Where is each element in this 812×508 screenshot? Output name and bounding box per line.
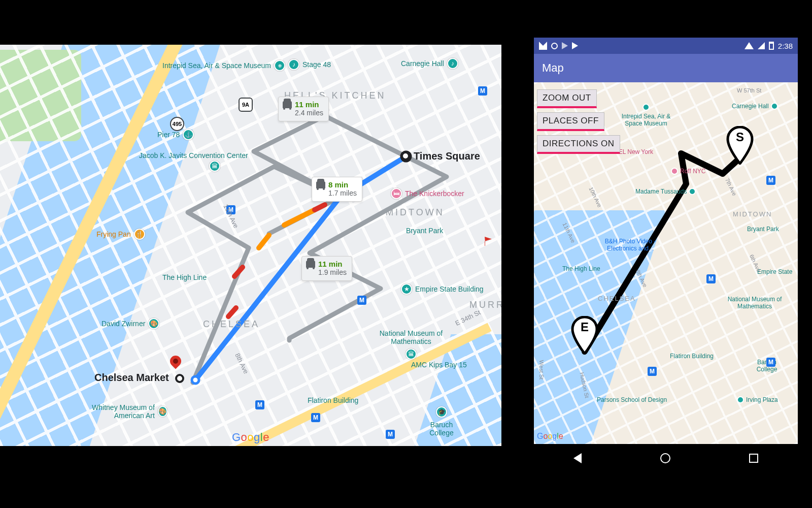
play-store-icon bbox=[572, 42, 578, 49]
poi-whitney[interactable]: Whitney Museum of American Art🎨 bbox=[66, 403, 167, 420]
google-maps-directions-view[interactable]: 9A 495 M M M M M M HELL'S KITCHEN MIDTOW… bbox=[0, 45, 502, 446]
directions-toggle-button[interactable]: DIRECTIONS ON bbox=[537, 135, 620, 154]
poi-highline[interactable]: The High Line bbox=[162, 273, 207, 281]
poi-bryant[interactable]: Bryant Park bbox=[406, 227, 443, 235]
phone-map-view[interactable]: ZOOM OUT PLACES OFF DIRECTIONS ON S E In… bbox=[534, 82, 798, 444]
street-label: West St bbox=[538, 360, 545, 379]
places-toggle-button[interactable]: PLACES OFF bbox=[537, 112, 604, 131]
district-label: MURR bbox=[469, 300, 502, 310]
back-button[interactable] bbox=[573, 453, 582, 463]
metro-icon: M bbox=[357, 296, 366, 305]
home-button[interactable] bbox=[660, 453, 670, 463]
route-alt-bubble[interactable]: 11 min 1.9 miles bbox=[301, 256, 352, 281]
google-logo: Google bbox=[232, 431, 269, 444]
zoom-out-button[interactable]: ZOOM OUT bbox=[537, 89, 597, 108]
poi-stage48[interactable]: ♪Stage 48 bbox=[288, 59, 331, 70]
street-label: W 57th St bbox=[737, 87, 761, 93]
circle-icon bbox=[551, 43, 558, 49]
poi[interactable]: Carnegie Hall bbox=[732, 103, 778, 110]
android-nav-bar bbox=[534, 444, 798, 472]
metro-icon: M bbox=[766, 358, 775, 367]
poi-momath[interactable]: National Museum of Mathematics🏛 bbox=[365, 329, 457, 360]
app-title: Map bbox=[542, 61, 564, 75]
start-marker[interactable]: S bbox=[726, 126, 754, 165]
metro-icon: M bbox=[648, 367, 657, 376]
play-store-icon bbox=[562, 42, 568, 49]
district-label: MIDTOWN bbox=[733, 210, 772, 218]
poi-baruch[interactable]: 🎓Baruch College bbox=[421, 406, 462, 437]
poi[interactable]: Flatiron Building bbox=[670, 353, 714, 360]
metro-icon: M bbox=[766, 176, 775, 185]
poi[interactable]: B&H Photo Video - Electronics and... bbox=[590, 238, 671, 252]
district-label: CHELSEA bbox=[598, 295, 636, 302]
metro-icon: M bbox=[311, 413, 320, 422]
map-controls: ZOOM OUT PLACES OFF DIRECTIONS ON bbox=[537, 85, 620, 158]
route-alt-bubble[interactable]: 11 min 2.4 miles bbox=[278, 97, 329, 121]
app-bar: Map bbox=[534, 54, 798, 82]
poi-pier78[interactable]: Pier 78⚓ bbox=[157, 129, 194, 140]
poi-amc[interactable]: AMC Kips Bay 15 bbox=[411, 361, 467, 369]
district-label: CHELSEA bbox=[203, 319, 260, 330]
poi[interactable]: Roff NYC bbox=[671, 168, 705, 175]
poi[interactable]: National Museum of Mathematics bbox=[717, 296, 793, 310]
clock: 2:38 bbox=[778, 42, 793, 50]
poi-flatiron[interactable]: Flatiron Building bbox=[308, 396, 358, 404]
car-icon bbox=[316, 181, 325, 188]
poi[interactable]: Intrepid Sea, Air & Space Museum bbox=[613, 104, 679, 127]
wifi-icon bbox=[745, 42, 754, 49]
road-shield: 9A bbox=[239, 98, 253, 112]
poi-carnegie[interactable]: Carnegie Hall♪ bbox=[401, 58, 458, 69]
metro-icon: M bbox=[255, 400, 264, 409]
poi-knickerbocker[interactable]: 🛏The Knickerbocker bbox=[391, 188, 464, 199]
destination-label: Chelsea Market bbox=[94, 372, 169, 384]
poi-fryingpan[interactable]: Frying Pan🍴 bbox=[96, 229, 145, 240]
poi[interactable]: Madame Tussauds bbox=[635, 188, 696, 195]
battery-icon bbox=[769, 42, 774, 50]
poi-zwirner[interactable]: David Zwirner🎨 bbox=[101, 318, 159, 329]
svg-point-1 bbox=[192, 376, 199, 384]
poi[interactable]: Irving Plaza bbox=[737, 396, 778, 403]
poi[interactable]: Empire State bbox=[757, 268, 792, 275]
poi-intrepid[interactable]: Intrepid Sea, Air & Space Museum⎈ bbox=[162, 60, 285, 71]
destination-marker bbox=[175, 374, 184, 383]
cell-icon bbox=[758, 42, 765, 49]
android-phone-frame: 2:38 Map ZOOM OUT PLACES OFF DIRECTIONS … bbox=[534, 38, 798, 472]
mail-icon bbox=[539, 42, 547, 50]
recents-button[interactable] bbox=[749, 454, 758, 463]
origin-marker[interactable] bbox=[401, 151, 410, 161]
status-bar: 2:38 bbox=[534, 38, 798, 54]
district-label: MIDTOWN bbox=[386, 207, 445, 218]
poi[interactable]: Bryant Park bbox=[747, 226, 779, 233]
poi[interactable]: Parsons School of Design bbox=[597, 396, 667, 403]
poi-javits[interactable]: Jacob K. Javits Convention Center🏛 bbox=[139, 151, 220, 172]
metro-icon: M bbox=[706, 274, 716, 283]
car-icon bbox=[306, 261, 315, 268]
destination-pin-icon[interactable] bbox=[170, 356, 181, 373]
route-primary-bubble[interactable]: 8 min 1.7 miles bbox=[312, 177, 362, 202]
car-icon bbox=[283, 101, 292, 108]
poi-esb[interactable]: ★Empire State Building bbox=[401, 283, 484, 295]
google-logo: Google bbox=[537, 432, 563, 441]
metro-icon: M bbox=[478, 86, 487, 96]
end-marker[interactable]: E bbox=[570, 316, 599, 355]
poi[interactable]: The High Line bbox=[562, 265, 600, 272]
metro-icon: M bbox=[386, 430, 395, 439]
origin-label: Times Square bbox=[414, 150, 480, 162]
